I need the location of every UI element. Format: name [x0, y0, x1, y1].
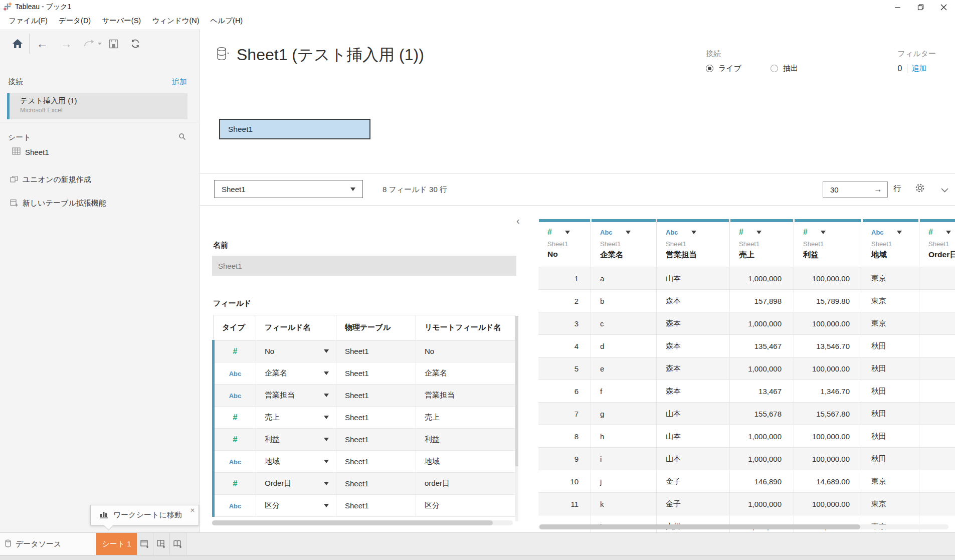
new-story-button[interactable]	[170, 533, 186, 555]
restore-button[interactable]	[909, 0, 932, 14]
extract-radio[interactable]: 抽出	[771, 64, 798, 73]
search-icon[interactable]	[178, 133, 186, 142]
field-row[interactable]: # 売上 Sheet1 売上	[214, 407, 515, 429]
table-selector-dropdown[interactable]: Sheet1	[214, 180, 363, 198]
add-connection-link[interactable]: 追加	[172, 77, 187, 87]
preview-column-header[interactable]: # Sheet1 利益	[794, 219, 862, 267]
row-count-input[interactable]: 30 →	[823, 181, 888, 198]
redo-dropdown-caret[interactable]	[98, 43, 102, 45]
back-button[interactable]: ←	[34, 35, 51, 52]
menu-item[interactable]: サーバー(S)	[96, 15, 146, 27]
chevron-down-icon[interactable]	[324, 371, 329, 375]
chevron-down-icon[interactable]	[324, 416, 329, 419]
field-name: 利益	[265, 435, 280, 444]
chevron-down-icon[interactable]	[324, 460, 329, 463]
preview-cell: 4	[919, 403, 955, 425]
new-dashboard-button[interactable]	[153, 533, 170, 555]
sidebar-item-table-extension[interactable]: 新しいテーブル拡張機能	[10, 199, 106, 208]
preview-column-header[interactable]: # Sheet1 売上	[730, 219, 794, 267]
preview-cell: 4	[919, 470, 955, 493]
save-button[interactable]	[105, 35, 122, 52]
preview-column-header[interactable]: # Sheet1 Order日	[919, 219, 955, 267]
minimize-button[interactable]	[886, 0, 909, 14]
sidebar-item-new-union[interactable]: ユニオンの新規作成	[10, 175, 91, 184]
table-name-input[interactable]: Sheet1	[212, 256, 516, 276]
preview-cell: 1,000,000	[730, 493, 794, 515]
chevron-down-icon[interactable]	[324, 349, 329, 353]
preview-column-header[interactable]: Abc Sheet1 営業担当	[657, 219, 730, 267]
remote-field-name: 売上	[416, 407, 515, 429]
field-row[interactable]: # No Sheet1 No	[214, 340, 515, 362]
preview-column-header[interactable]: # Sheet1 No	[538, 219, 591, 267]
preview-cell	[919, 267, 955, 290]
preview-cell: 東京	[862, 493, 919, 515]
chevron-down-icon[interactable]	[946, 231, 951, 234]
tab-datasource-label: データソース	[16, 539, 61, 549]
preview-cell: j	[591, 470, 657, 493]
chevron-down-icon[interactable]	[324, 394, 329, 397]
chevron-down-icon[interactable]	[324, 482, 329, 485]
chevron-down-icon[interactable]	[756, 231, 761, 234]
redo-button[interactable]	[81, 35, 98, 52]
preview-column-header[interactable]: Abc Sheet1 地域	[862, 219, 919, 267]
tab-sheet1[interactable]: シート 1	[96, 533, 137, 555]
field-row[interactable]: # 利益 Sheet1 利益	[214, 429, 515, 451]
connection-item[interactable]: テスト挿入用 (1) Microsoft Excel	[7, 93, 187, 119]
apply-rows-arrow-icon[interactable]: →	[874, 184, 882, 195]
forward-button[interactable]: →	[58, 35, 75, 52]
chevron-down-icon[interactable]	[565, 231, 570, 234]
column-name: Order日	[928, 250, 955, 260]
preview-cell: 100,000.00	[794, 357, 862, 380]
preview-horizontal-scrollbar[interactable]	[538, 524, 948, 529]
close-button[interactable]	[932, 0, 955, 14]
field-row[interactable]: Abc 区分 Sheet1 区分	[214, 495, 515, 517]
chevron-down-icon[interactable]	[691, 231, 696, 234]
field-row[interactable]: Abc 営業担当 Sheet1 営業担当	[214, 385, 515, 407]
chevron-down-icon[interactable]	[897, 231, 902, 234]
chevron-down-icon[interactable]	[821, 231, 826, 234]
preview-row: 1a山本1,000,000100,000.00東京	[538, 267, 955, 290]
filter-add-link[interactable]: 追加	[912, 64, 927, 73]
home-button[interactable]	[9, 35, 26, 52]
sidebar-item-sheet1[interactable]: Sheet1	[12, 147, 49, 156]
live-radio[interactable]: ライブ	[706, 64, 741, 73]
filter-count: 0	[898, 64, 902, 73]
sheet-table-chip[interactable]: Sheet1	[219, 119, 370, 139]
field-row[interactable]: # Order日 Sheet1 order日	[214, 473, 515, 495]
sidebar-divider	[0, 122, 200, 122]
menu-item[interactable]: ファイル(F)	[3, 15, 53, 27]
gear-icon[interactable]	[914, 182, 925, 196]
tab-datasource[interactable]: データソース	[0, 533, 96, 555]
menu-item[interactable]: ヘルプ(H)	[205, 15, 249, 27]
database-icon[interactable]	[217, 47, 230, 64]
preview-column-header[interactable]: Abc Sheet1 企業名	[591, 219, 657, 267]
column-accent-strip	[730, 219, 793, 222]
field-row[interactable]: Abc 地域 Sheet1 地域	[214, 451, 515, 473]
field-row[interactable]: Abc 企業名 Sheet1 企業名	[214, 362, 515, 385]
preview-cell: 15,567.80	[794, 403, 862, 425]
preview-cell: 7	[538, 403, 591, 425]
chevron-down-icon[interactable]	[626, 231, 631, 234]
menu-item[interactable]: データ(D)	[53, 15, 96, 27]
menu-item[interactable]: ウィンドウ(N)	[146, 15, 205, 27]
sort-order-chevron-icon[interactable]	[941, 185, 948, 195]
column-accent-strip	[863, 219, 918, 222]
rows-unit-label: 行	[893, 183, 901, 194]
chevron-down-icon	[350, 188, 355, 191]
preview-cell: 100,000.00	[794, 267, 862, 290]
chevron-down-icon[interactable]	[324, 438, 329, 441]
preview-cell: 146,890	[730, 470, 794, 493]
fields-vertical-scrollbar[interactable]	[515, 316, 518, 521]
union-item-label: ユニオンの新規作成	[23, 175, 91, 184]
chevron-down-icon[interactable]	[324, 504, 329, 507]
column-name: 売上	[739, 250, 794, 260]
preview-cell: 4	[919, 425, 955, 448]
collapse-metadata-chevron-icon[interactable]: ‹	[516, 217, 520, 225]
fields-horizontal-scrollbar[interactable]	[212, 520, 513, 525]
fields-rows-summary: 8 フィールド 30 行	[383, 173, 447, 206]
tooltip-close-icon[interactable]: ✕	[190, 507, 195, 514]
preview-cell: 1,346.70	[794, 380, 862, 403]
new-worksheet-button[interactable]	[137, 533, 153, 555]
refresh-button[interactable]	[127, 35, 144, 52]
go-to-worksheet-tooltip[interactable]: ワークシートに移動 ✕	[90, 505, 199, 525]
